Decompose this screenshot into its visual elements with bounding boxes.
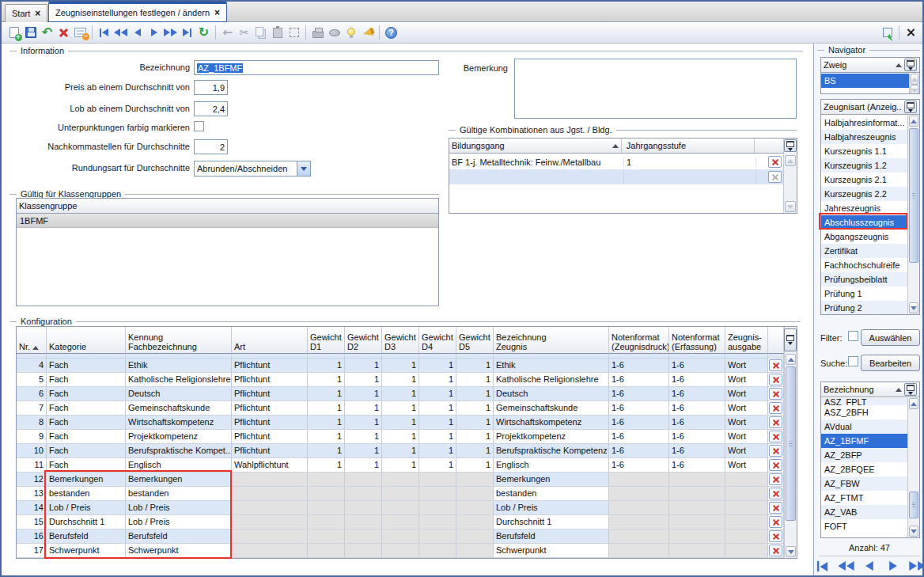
bezeichnung-item[interactable]: AVdual xyxy=(821,419,907,434)
bezeichnung-scrollbar[interactable] xyxy=(907,398,919,537)
delete-row-button[interactable] xyxy=(769,488,782,499)
delete-row-button[interactable] xyxy=(769,459,782,471)
scrollbar-thumb[interactable] xyxy=(786,366,796,521)
table-row[interactable]: 8FachWirtschaftskompetenzPflichtunt11111… xyxy=(17,416,784,430)
zweig-item[interactable]: BS xyxy=(821,74,909,88)
column-header-d1[interactable]: Gewicht D1 xyxy=(308,327,345,354)
column-header-bezeichnung[interactable]: Bezeichnung xyxy=(824,385,893,394)
delete-row-button[interactable] xyxy=(769,502,782,514)
refresh-button[interactable]: ↻ xyxy=(195,25,212,41)
table-row[interactable]: 13bestandenbestandenbestanden xyxy=(17,487,784,501)
zeugnisart-scrollbar[interactable] xyxy=(907,116,919,314)
tab-zeugniseinstellungen[interactable]: Zeugniseinstellungen festlegen / ändern … xyxy=(48,2,227,22)
tab-start-close-icon[interactable]: × xyxy=(35,9,40,18)
nav-fast-next-button[interactable] xyxy=(162,25,179,41)
paste-button[interactable] xyxy=(269,25,286,41)
record-nav-fast-prev-button[interactable] xyxy=(838,558,854,574)
scrollbar-thumb[interactable] xyxy=(909,492,918,518)
scroll-down-button[interactable] xyxy=(909,526,918,537)
delete-row-button[interactable] xyxy=(769,359,782,371)
table-row[interactable]: 14Lob / PreisLob / PreisLob / Preis xyxy=(17,501,784,515)
column-header-kennung[interactable]: Kennung Fachbezeichnung xyxy=(126,327,232,354)
table-row[interactable]: 12BemerkungenBemerkungenBemerkungen xyxy=(17,473,784,487)
zeugnisart-column-config-button[interactable] xyxy=(904,101,917,113)
bezeichnung-item[interactable]: ASZ_2BFH xyxy=(821,405,907,419)
scroll-down-button[interactable] xyxy=(909,302,918,313)
nav-fast-prev-button[interactable] xyxy=(112,25,129,41)
column-header-bezeichnung[interactable]: Bezeichnung Zeugnis xyxy=(494,327,609,354)
help-button[interactable] xyxy=(383,25,400,41)
filter-auswaehlen-button[interactable]: Auswählen xyxy=(861,329,920,346)
zeugnisart-item[interactable]: Kurszeugnis 2.1 xyxy=(821,173,907,187)
bezeichnung-item[interactable]: AZ_2BFQEE xyxy=(821,462,907,476)
nav-prev-button[interactable] xyxy=(129,25,146,41)
scroll-up-button[interactable] xyxy=(911,74,918,85)
column-header-zweig[interactable]: Zweig xyxy=(824,60,893,70)
zeugnisart-item[interactable]: Abgangszeugnis xyxy=(821,230,907,244)
print-preview-button[interactable] xyxy=(326,25,343,41)
zeugnisart-item[interactable]: Kurszeugnis 1.2 xyxy=(821,158,907,173)
undo-button[interactable]: ↶ xyxy=(39,25,55,41)
kombinationen-column-config-button[interactable] xyxy=(784,139,797,152)
konfiguration-scrollbar[interactable] xyxy=(784,327,797,558)
tab-zeugniseinstellungen-close-icon[interactable]: × xyxy=(214,8,220,17)
column-header-d4[interactable]: Gewicht D4 xyxy=(419,327,456,354)
zweig-scrollbar[interactable] xyxy=(909,74,919,93)
column-header-art[interactable]: Art xyxy=(232,327,308,354)
konfiguration-column-config-button[interactable] xyxy=(784,328,797,351)
column-header-zeugnisart[interactable]: Zeugnisart (Anzeig... xyxy=(824,102,902,112)
record-nav-prev-button[interactable] xyxy=(862,558,877,574)
bezeichnung-item[interactable]: AZ_VAB xyxy=(821,505,907,519)
delete-row-button[interactable] xyxy=(769,431,782,442)
suche-bearbeiten-button[interactable]: Bearbeiten xyxy=(861,355,920,371)
new-document-button[interactable] xyxy=(6,25,22,41)
table-row[interactable]: 15Durchschnitt 1Lob / PreisDurchschnitt … xyxy=(17,515,784,530)
column-header-nr[interactable]: Nr. xyxy=(17,327,47,354)
table-row[interactable]: 7FachGemeinschaftskundePflichtunt11111Ge… xyxy=(17,401,784,416)
klassengruppe-row[interactable]: 1BFMF xyxy=(17,214,438,228)
delete-row-button[interactable] xyxy=(769,388,782,400)
lob-field[interactable]: 2,4 xyxy=(194,101,228,116)
delete-row-button[interactable] xyxy=(769,416,782,428)
column-header-klassengruppe[interactable]: Klassengruppe xyxy=(19,201,436,211)
scroll-down-button[interactable] xyxy=(911,85,918,94)
delete-row-button[interactable] xyxy=(769,516,782,528)
table-row[interactable]: 9FachProjektkompetenzPflichtunt11111Proj… xyxy=(17,430,784,444)
select-region-button[interactable] xyxy=(286,25,302,41)
scroll-up-button[interactable] xyxy=(909,116,918,127)
nav-first-button[interactable] xyxy=(96,25,112,41)
table-row[interactable]: 6FachDeutschPflichtunt11111Deutsch1-61-6… xyxy=(17,387,784,401)
table-row[interactable]: 17SchwerpunktSchwerpunktSchwerpunkt xyxy=(17,544,784,558)
delete-row-button[interactable] xyxy=(768,171,782,183)
zeugnisart-item[interactable]: Kurszeugnis 2.2 xyxy=(821,187,907,201)
zeugnisart-item[interactable]: Prüfung 1 xyxy=(821,287,907,301)
scroll-up-button[interactable] xyxy=(785,155,796,166)
table-row-empty[interactable] xyxy=(449,169,783,184)
bezeichnung-item[interactable]: AZ_2BFP xyxy=(821,448,907,462)
copy-button[interactable] xyxy=(252,25,269,41)
print-button[interactable] xyxy=(309,25,326,41)
kombinationen-scrollbar[interactable] xyxy=(783,139,797,213)
delete-row-button[interactable] xyxy=(769,530,782,542)
nav-next-button[interactable] xyxy=(146,25,162,41)
save-button[interactable] xyxy=(22,25,39,41)
column-header-kategorie[interactable]: Kategorie xyxy=(47,327,126,354)
form-remove-button[interactable] xyxy=(72,25,89,41)
scroll-down-button[interactable] xyxy=(785,201,796,212)
bezeichnung-item[interactable]: AZ_FBW xyxy=(821,476,907,491)
bezeichnung-item[interactable]: AZ_1BFMF xyxy=(821,434,907,448)
zeugnisart-item[interactable]: Abschlusszeugnis xyxy=(821,215,907,230)
delete-row-button[interactable] xyxy=(769,473,782,485)
delete-row-button[interactable] xyxy=(769,445,782,457)
bezeichnung-field[interactable]: AZ_1BFMF xyxy=(194,60,439,75)
column-header-d3[interactable]: Gewicht D3 xyxy=(382,327,419,354)
record-nav-fast-next-button[interactable] xyxy=(909,558,924,574)
bezeichnung-item[interactable]: FOFT xyxy=(821,519,907,533)
table-row[interactable]: 4FachEthikPflichtunt11111Ethik1-61-6Wort xyxy=(17,359,784,373)
zeugnisart-item[interactable]: Halbjahresinformat... xyxy=(821,116,907,130)
back-button[interactable]: ← xyxy=(219,25,236,41)
table-row[interactable]: 11FachEnglischWahlpflichtunt11111Englisc… xyxy=(17,458,784,473)
column-header-nf_druck[interactable]: Notenformat (Zeugnisdruck) xyxy=(609,327,669,354)
zeugnisart-item[interactable]: Zertifikat xyxy=(821,244,907,258)
cut-button[interactable]: ✂ xyxy=(236,25,252,41)
